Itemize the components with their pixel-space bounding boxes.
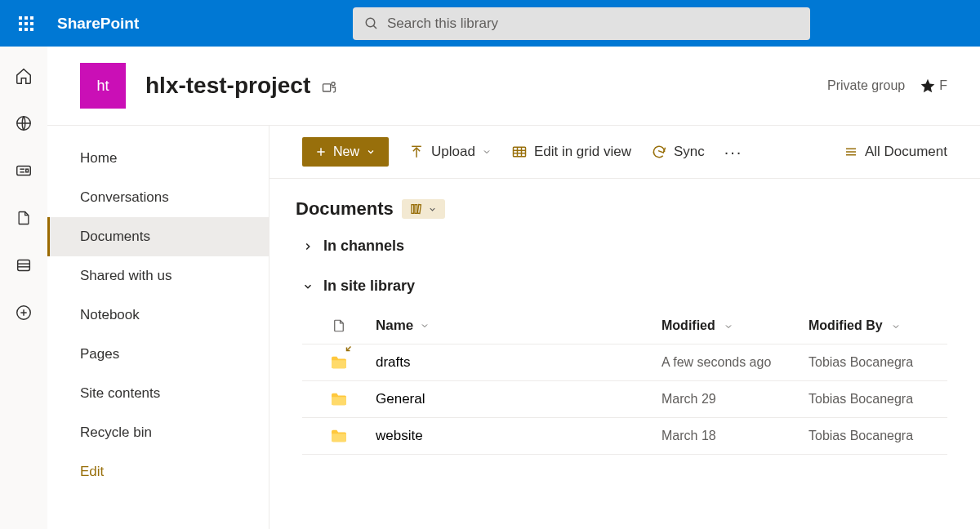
add-circle-icon[interactable]: [11, 300, 37, 326]
table-row[interactable]: drafts A few seconds ago Tobias Bocanegr…: [302, 345, 947, 381]
chevron-down-icon: [482, 147, 492, 157]
chevron-down-icon: [724, 322, 733, 331]
library-icon: [410, 202, 423, 216]
chevron-down-icon: [366, 147, 376, 157]
search-box[interactable]: [353, 7, 810, 40]
plus-icon: [315, 146, 327, 158]
search-input[interactable]: [387, 16, 799, 32]
view-pill[interactable]: [402, 199, 445, 219]
site-header: ht hlx-test-project Private group F: [47, 47, 980, 125]
site-logo[interactable]: ht: [80, 63, 126, 109]
row-name[interactable]: General: [376, 391, 662, 407]
nav-documents[interactable]: Documents: [47, 217, 269, 256]
row-modified: March 18: [662, 429, 808, 443]
privacy-label: Private group: [827, 78, 905, 93]
svg-rect-13: [323, 83, 331, 91]
row-name[interactable]: drafts: [376, 354, 662, 371]
folder-icon: [330, 355, 348, 370]
row-modified-by[interactable]: Tobias Bocanegra: [808, 392, 947, 407]
svg-rect-7: [18, 260, 30, 271]
globe-icon[interactable]: [11, 110, 37, 136]
file-table: Name Modified Modified By: [302, 308, 947, 455]
col-modified-header[interactable]: Modified: [662, 318, 808, 333]
table-header: Name Modified Modified By: [302, 308, 947, 345]
row-modified-by[interactable]: Tobias Bocanegra: [808, 355, 947, 370]
svg-point-14: [332, 82, 335, 85]
upload-button[interactable]: Upload: [408, 144, 492, 160]
star-icon: [920, 78, 936, 94]
nav-recycle-bin[interactable]: Recycle bin: [47, 413, 269, 452]
home-icon[interactable]: [11, 63, 37, 89]
svg-rect-29: [417, 205, 421, 214]
folder-icon: [330, 429, 348, 443]
grid-view-button[interactable]: Edit in grid view: [511, 144, 631, 160]
folder-icon: [330, 392, 348, 407]
file-type-icon[interactable]: [332, 318, 346, 334]
shortcut-badge-icon: [344, 344, 354, 353]
svg-line-1: [373, 25, 376, 29]
list-view-icon: [844, 144, 858, 159]
section-channels[interactable]: In channels: [302, 238, 947, 255]
chevron-right-icon: [302, 241, 314, 252]
grid-icon: [511, 144, 528, 160]
svg-point-0: [366, 18, 375, 27]
upload-icon: [408, 144, 425, 160]
command-bar: New Upload Edit in grid view Sync: [270, 126, 980, 179]
col-name-header[interactable]: Name: [376, 318, 662, 334]
chevron-down-icon: [420, 321, 430, 331]
main: New Upload Edit in grid view Sync: [270, 125, 980, 529]
teams-icon[interactable]: [320, 73, 338, 98]
library-title: Documents: [296, 198, 394, 220]
chevron-down-icon: [891, 322, 901, 331]
app-rail: [0, 47, 47, 529]
more-actions-button[interactable]: ···: [724, 143, 743, 162]
sync-button[interactable]: Sync: [651, 144, 705, 160]
table-row[interactable]: General March 29 Tobias Bocanegra: [302, 381, 947, 418]
site-name[interactable]: hlx-test-project: [145, 73, 338, 99]
file-icon[interactable]: [11, 205, 37, 231]
sync-icon: [651, 144, 667, 160]
row-name[interactable]: website: [376, 428, 662, 444]
nav-edit[interactable]: Edit: [47, 452, 269, 491]
nav-shared[interactable]: Shared with us: [47, 256, 269, 296]
table-row[interactable]: website March 18 Tobias Bocanegra: [302, 418, 947, 455]
list-icon[interactable]: [11, 252, 37, 278]
left-nav: Home Conversations Documents Shared with…: [47, 125, 270, 529]
section-site-library[interactable]: In site library: [302, 278, 947, 295]
app-launcher-icon[interactable]: [7, 4, 46, 43]
row-modified: March 29: [662, 392, 808, 407]
view-switcher[interactable]: All Document: [844, 144, 947, 160]
brand-label[interactable]: SharePoint: [57, 15, 139, 33]
nav-home[interactable]: Home: [47, 139, 269, 178]
new-button[interactable]: New: [302, 137, 389, 167]
topbar: SharePoint: [0, 0, 980, 47]
follow-button[interactable]: F: [920, 78, 947, 94]
nav-pages[interactable]: Pages: [47, 335, 269, 374]
col-modified-by-header[interactable]: Modified By: [808, 318, 947, 333]
chevron-down-icon: [302, 281, 314, 292]
nav-conversations[interactable]: Conversations: [47, 178, 269, 217]
row-modified-by[interactable]: Tobias Bocanegra: [808, 429, 947, 443]
svg-rect-28: [415, 205, 417, 214]
search-icon: [364, 16, 379, 31]
news-icon[interactable]: [11, 158, 37, 184]
svg-rect-19: [513, 147, 525, 157]
svg-rect-6: [26, 169, 29, 172]
nav-site-contents[interactable]: Site contents: [47, 374, 269, 413]
row-modified: A few seconds ago: [662, 355, 808, 370]
svg-rect-27: [412, 205, 414, 214]
chevron-down-icon: [428, 205, 437, 214]
nav-notebook[interactable]: Notebook: [47, 296, 269, 335]
